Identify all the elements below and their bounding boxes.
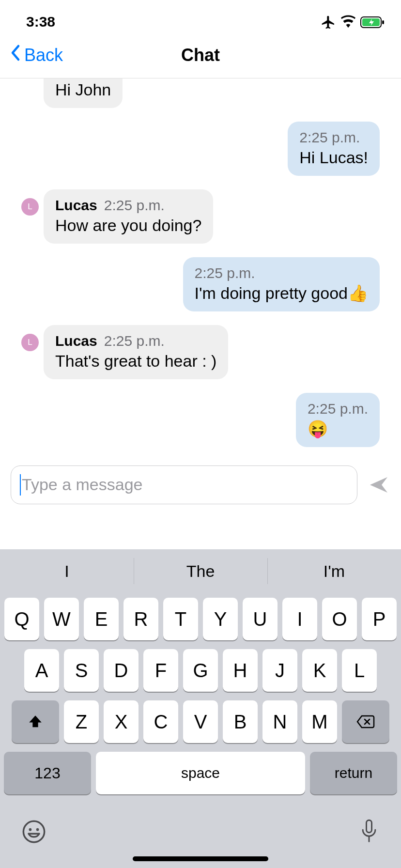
- message-sender: Lucas: [55, 332, 97, 350]
- message-text: Hi John: [55, 79, 111, 100]
- suggestion[interactable]: I: [0, 549, 134, 593]
- dictation-button[interactable]: [358, 818, 380, 845]
- message-row: L Lucas 2:25 p.m. How are you doing?: [21, 189, 380, 244]
- key-u[interactable]: U: [243, 598, 278, 640]
- key-h[interactable]: H: [223, 649, 258, 692]
- key-j[interactable]: J: [262, 649, 297, 692]
- message-bubble[interactable]: 2:25 p.m. Hi Lucas!: [288, 122, 380, 176]
- key-x[interactable]: X: [104, 700, 139, 743]
- key-numeric[interactable]: 123: [4, 752, 91, 794]
- message-time: 2:25 p.m.: [104, 196, 165, 215]
- home-indicator[interactable]: [133, 856, 268, 861]
- key-y[interactable]: Y: [203, 598, 238, 640]
- svg-rect-2: [382, 20, 384, 24]
- key-shift[interactable]: [12, 700, 59, 743]
- key-g[interactable]: G: [183, 649, 218, 692]
- message-sender: Lucas: [55, 196, 97, 215]
- message-bubble[interactable]: Hi John: [44, 78, 123, 108]
- keyboard: I The I'm Q W E R T Y U I O P A S D F G …: [0, 549, 401, 868]
- status-time: 3:38: [26, 14, 55, 30]
- key-return[interactable]: return: [310, 752, 397, 794]
- key-f[interactable]: F: [143, 649, 178, 692]
- message-input-bar: Type a message: [0, 465, 401, 504]
- send-button[interactable]: [367, 473, 390, 496]
- key-c[interactable]: C: [143, 700, 178, 743]
- message-time: 2:25 p.m.: [299, 128, 360, 147]
- svg-rect-6: [367, 820, 372, 833]
- keyboard-suggestions: I The I'm: [0, 549, 401, 593]
- chat-messages[interactable]: Hi John 2:25 p.m. Hi Lucas! L Lucas 2:25…: [0, 78, 401, 452]
- message-bubble[interactable]: 2:25 p.m. I'm doing pretty good👍: [183, 257, 380, 311]
- backspace-icon: [356, 714, 375, 729]
- status-bar: 3:38: [0, 0, 401, 32]
- message-text: That's great to hear : ): [55, 351, 216, 372]
- emoji-button[interactable]: [21, 819, 46, 844]
- message-time: 2:25 p.m.: [308, 400, 368, 418]
- message-row: 2:25 p.m. Hi Lucas!: [21, 122, 380, 176]
- key-k[interactable]: K: [302, 649, 337, 692]
- key-b[interactable]: B: [223, 700, 258, 743]
- key-e[interactable]: E: [84, 598, 119, 640]
- message-text: Hi Lucas!: [299, 147, 368, 168]
- message-time: 2:25 p.m.: [104, 332, 165, 350]
- keyboard-row: 123 space return: [4, 752, 397, 794]
- key-backspace[interactable]: [342, 700, 389, 743]
- key-z[interactable]: Z: [64, 700, 99, 743]
- keyboard-row: Z X C V B N M: [4, 700, 397, 743]
- shift-icon: [27, 713, 44, 730]
- key-space[interactable]: space: [96, 752, 305, 794]
- text-caret: [20, 474, 21, 496]
- suggestion[interactable]: The: [134, 549, 267, 593]
- key-v[interactable]: V: [183, 700, 218, 743]
- battery-charging-icon: [360, 16, 385, 29]
- message-row: 2:25 p.m. 😝: [21, 393, 380, 447]
- svg-point-5: [37, 829, 38, 830]
- key-t[interactable]: T: [163, 598, 198, 640]
- message-input-placeholder: Type a message: [22, 475, 142, 494]
- message-row: 2:25 p.m. I'm doing pretty good👍: [21, 257, 380, 311]
- message-bubble[interactable]: Lucas 2:25 p.m. That's great to hear : ): [44, 325, 228, 379]
- wifi-icon: [341, 15, 355, 30]
- message-text: I'm doing pretty good👍: [195, 283, 368, 304]
- key-a[interactable]: A: [24, 649, 59, 692]
- key-l[interactable]: L: [342, 649, 377, 692]
- key-w[interactable]: W: [44, 598, 79, 640]
- keyboard-footer: [0, 803, 401, 856]
- key-i[interactable]: I: [282, 598, 317, 640]
- svg-point-4: [30, 829, 31, 830]
- key-s[interactable]: S: [64, 649, 99, 692]
- nav-bar: Back Chat: [0, 32, 401, 78]
- key-m[interactable]: M: [302, 700, 337, 743]
- keyboard-row: A S D F G H J K L: [4, 649, 397, 692]
- message-input[interactable]: Type a message: [11, 465, 357, 504]
- key-o[interactable]: O: [322, 598, 357, 640]
- keyboard-row: Q W E R T Y U I O P: [4, 598, 397, 640]
- key-d[interactable]: D: [104, 649, 139, 692]
- message-time: 2:25 p.m.: [195, 264, 255, 282]
- avatar[interactable]: L: [21, 198, 39, 216]
- key-n[interactable]: N: [262, 700, 297, 743]
- message-text: How are you doing?: [55, 215, 201, 236]
- message-bubble[interactable]: 2:25 p.m. 😝: [296, 393, 380, 447]
- avatar[interactable]: L: [21, 334, 39, 351]
- message-row: Hi John: [21, 78, 380, 108]
- key-p[interactable]: P: [362, 598, 397, 640]
- message-text: 😝: [308, 418, 368, 439]
- message-bubble[interactable]: Lucas 2:25 p.m. How are you doing?: [44, 189, 213, 244]
- airplane-mode-icon: [321, 15, 336, 30]
- key-q[interactable]: Q: [4, 598, 39, 640]
- svg-point-3: [23, 821, 44, 842]
- message-row: L Lucas 2:25 p.m. That's great to hear :…: [21, 325, 380, 379]
- key-r[interactable]: R: [123, 598, 158, 640]
- page-title: Chat: [0, 45, 401, 65]
- suggestion[interactable]: I'm: [267, 549, 401, 593]
